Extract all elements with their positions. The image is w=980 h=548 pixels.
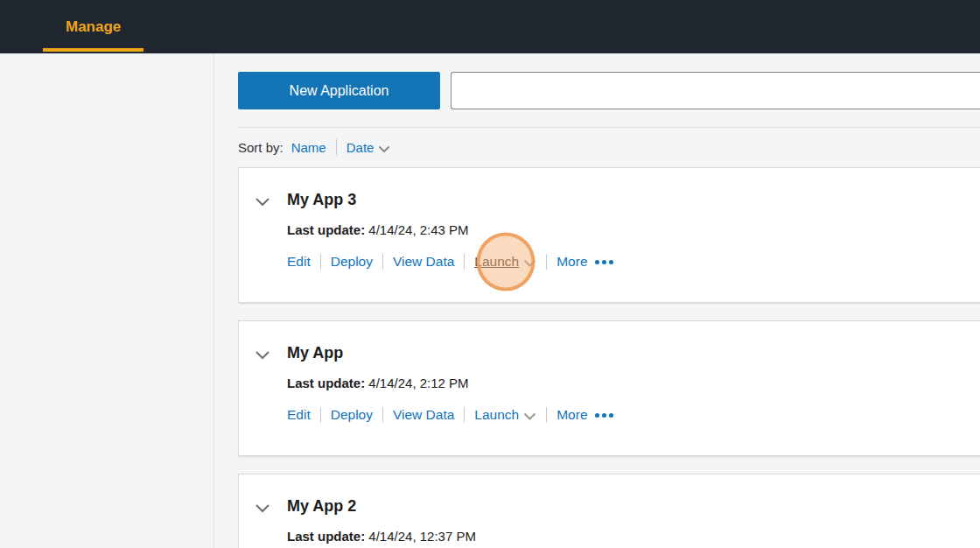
last-update-label: Last update: — [287, 222, 365, 237]
expand-chevron-icon[interactable] — [255, 503, 270, 513]
app-card-content: My App 2 Last update: 4/14/24, 12:37 PM … — [287, 496, 613, 548]
app-card-title: My App — [287, 343, 613, 362]
search-input[interactable] — [451, 72, 980, 109]
divider — [546, 254, 547, 270]
edit-link[interactable]: Edit — [287, 407, 311, 423]
launch-link[interactable]: Launch — [474, 252, 536, 270]
expand-chevron-icon[interactable] — [255, 350, 270, 360]
chevron-down-icon — [378, 141, 390, 156]
divider — [464, 254, 465, 270]
last-update-value: 4/14/24, 12:37 PM — [368, 529, 476, 544]
divider — [382, 254, 383, 270]
app-card-title: My App 2 — [287, 496, 613, 516]
more-link[interactable]: More — [556, 407, 612, 423]
last-update-value: 4/14/24, 2:12 PM — [368, 376, 468, 390]
divider — [320, 407, 321, 423]
app-card-content: My App 3 Last update: 4/14/24, 2:43 PM E… — [287, 190, 613, 270]
active-tab-underline — [43, 48, 144, 52]
tab-manage[interactable]: Manage — [43, 0, 144, 53]
last-update-label: Last update: — [287, 376, 365, 390]
new-application-button[interactable]: New Application — [238, 72, 440, 109]
toolbar: New Application — [238, 72, 980, 109]
app-card: My App 2 Last update: 4/14/24, 12:37 PM … — [238, 474, 980, 548]
tab-manage-label: Manage — [66, 18, 121, 36]
last-update-label: Last update: — [287, 529, 365, 544]
sort-by-date-link[interactable]: Date — [346, 138, 391, 156]
divider — [320, 254, 321, 270]
app-card-content: My App Last update: 4/14/24, 2:12 PM Edi… — [287, 343, 613, 424]
left-sidebar — [0, 53, 214, 548]
view-data-link[interactable]: View Data — [393, 254, 454, 270]
app-card-title: My App 3 — [287, 190, 613, 209]
chevron-down-icon — [523, 255, 536, 270]
edit-link[interactable]: Edit — [287, 254, 311, 270]
main-content: New Application Sort by: Name Date M — [214, 53, 980, 548]
launch-link[interactable]: Launch — [474, 405, 536, 424]
divider — [336, 139, 337, 155]
app-card-actions: Edit Deploy View Data Launch — [287, 405, 613, 424]
chevron-down-icon — [523, 408, 536, 424]
divider — [546, 407, 547, 423]
top-navbar: Manage — [0, 0, 980, 53]
app-card-actions: Edit Deploy View Data Launch — [287, 252, 613, 270]
app-card: My App Last update: 4/14/24, 2:12 PM Edi… — [238, 320, 980, 456]
more-link[interactable]: More — [556, 254, 612, 270]
last-update-line: Last update: 4/14/24, 12:37 PM — [287, 529, 613, 544]
last-update-line: Last update: 4/14/24, 2:43 PM — [287, 222, 613, 237]
last-update-value: 4/14/24, 2:43 PM — [368, 222, 468, 237]
deploy-link[interactable]: Deploy — [331, 407, 373, 423]
divider — [464, 407, 465, 423]
sort-by-name-link[interactable]: Name — [291, 140, 326, 155]
sort-bar: Sort by: Name Date — [238, 128, 980, 167]
app-card: My App 3 Last update: 4/14/24, 2:43 PM E… — [238, 167, 980, 303]
deploy-link[interactable]: Deploy — [331, 254, 373, 270]
expand-chevron-icon[interactable] — [255, 197, 270, 207]
divider — [382, 407, 383, 423]
sort-by-label: Sort by: — [238, 140, 284, 155]
last-update-line: Last update: 4/14/24, 2:12 PM — [287, 376, 613, 390]
ellipsis-icon — [595, 260, 613, 264]
view-data-link[interactable]: View Data — [393, 407, 454, 423]
ellipsis-icon — [595, 413, 613, 418]
